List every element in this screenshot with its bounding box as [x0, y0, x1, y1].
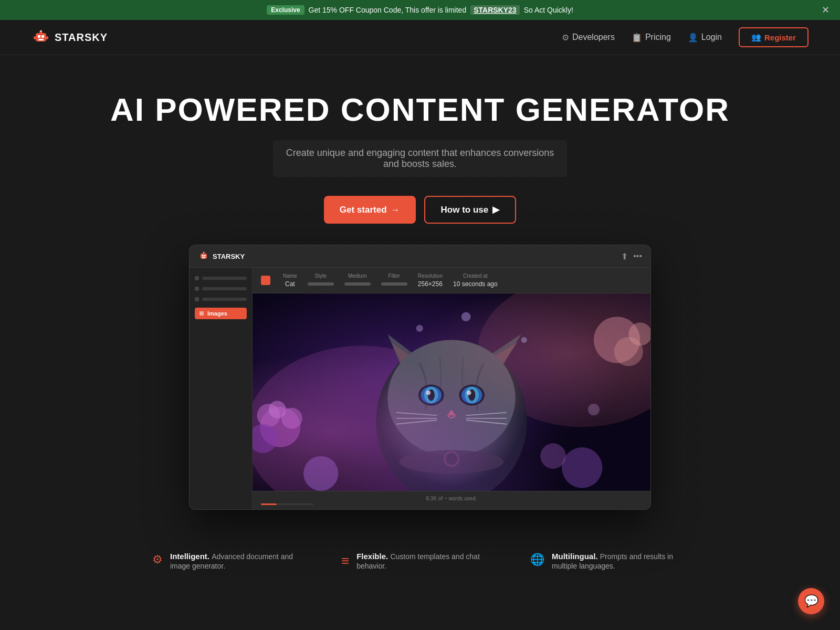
- top-banner: Exclusive Get 15% OFF Coupon Code, This …: [0, 0, 840, 20]
- table-col-created: Created at 10 seconds ago: [453, 273, 498, 288]
- table-col-medium: Medium: [344, 273, 371, 288]
- svg-point-39: [418, 385, 444, 406]
- svg-line-55: [396, 420, 437, 424]
- svg-point-46: [465, 387, 479, 403]
- svg-point-48: [467, 391, 471, 395]
- flexible-icon: ≡: [341, 553, 349, 569]
- svg-point-42: [428, 390, 435, 401]
- svg-rect-3: [38, 39, 44, 40]
- svg-marker-34: [387, 334, 425, 369]
- svg-marker-36: [392, 343, 423, 368]
- register-button[interactable]: 👥 Register: [739, 27, 808, 47]
- sidebar-row-1: [195, 276, 247, 280]
- footer-progress-fill: [261, 503, 277, 505]
- svg-point-27: [562, 447, 602, 488]
- svg-line-56: [466, 413, 507, 416]
- svg-point-21: [269, 401, 286, 418]
- coupon-code: STARSKY23: [470, 5, 519, 15]
- sidebar-line-3: [202, 298, 247, 301]
- svg-point-43: [426, 391, 430, 395]
- app-logo-text: STARSKY: [213, 253, 245, 260]
- app-footer-bar: 8.3K of ~ words used.: [253, 491, 650, 509]
- table-col-name: Name Cat: [283, 273, 297, 288]
- app-logo-icon: [198, 250, 209, 262]
- logo-text: STARSKY: [55, 32, 108, 44]
- svg-point-29: [461, 312, 471, 322]
- register-icon: 👥: [751, 33, 761, 42]
- logo-robot-icon: [32, 28, 50, 47]
- table-col-style: Style: [308, 273, 334, 288]
- svg-point-25: [628, 322, 650, 345]
- svg-point-31: [416, 325, 423, 332]
- svg-point-26: [303, 456, 338, 491]
- sidebar-line-1: [202, 277, 247, 280]
- svg-rect-1: [38, 35, 40, 38]
- login-icon: 👤: [688, 33, 698, 43]
- cat-image-area: [253, 293, 650, 491]
- get-started-label: Get started: [340, 205, 387, 215]
- sidebar-line-2: [202, 287, 247, 290]
- svg-point-32: [588, 404, 600, 415]
- login-link[interactable]: 👤 Login: [688, 33, 722, 43]
- svg-point-28: [540, 444, 566, 469]
- table-image-thumb: [261, 276, 270, 285]
- svg-point-22: [253, 424, 277, 453]
- flexible-title: Flexible.: [356, 552, 390, 561]
- intelligent-title: Intelligent.: [170, 552, 212, 561]
- svg-rect-14: [200, 311, 204, 316]
- svg-point-51: [444, 451, 460, 467]
- svg-point-50: [399, 450, 503, 474]
- svg-marker-35: [478, 334, 521, 369]
- banner-text-after: So Act Quickly!: [524, 6, 573, 14]
- svg-line-53: [396, 413, 437, 416]
- svg-marker-37: [480, 343, 517, 368]
- svg-point-30: [521, 337, 527, 343]
- developers-label: Developers: [572, 33, 615, 42]
- chat-fab-button[interactable]: 💬: [798, 588, 824, 614]
- svg-point-16: [253, 346, 478, 491]
- more-icon[interactable]: •••: [633, 251, 642, 261]
- svg-point-18: [260, 407, 300, 447]
- share-icon[interactable]: ⬆: [621, 251, 628, 261]
- svg-point-19: [257, 404, 280, 427]
- sidebar-dot-3: [195, 297, 199, 301]
- feature-multilingual: 🌐 Multilingual. Prompts and results in m…: [530, 552, 688, 571]
- sidebar-row-3: [195, 297, 247, 301]
- banner-close-button[interactable]: ✕: [822, 5, 830, 15]
- app-titlebar-actions: ⬆ •••: [621, 251, 642, 261]
- app-sidebar: Images: [190, 268, 253, 509]
- logo[interactable]: STARSKY: [32, 28, 108, 47]
- flexible-text: Flexible. Custom templates and chat beha…: [356, 552, 499, 571]
- sidebar-images-label: Images: [207, 310, 227, 317]
- svg-point-5: [40, 30, 42, 32]
- app-logo-small: STARSKY: [198, 250, 245, 262]
- svg-point-33: [376, 340, 527, 491]
- table-col-resolution: Resolution 256×256: [418, 273, 443, 288]
- app-preview: STARSKY ⬆ •••: [189, 245, 651, 510]
- svg-point-13: [203, 252, 204, 253]
- feature-intelligent: ⚙ Intelligent. Advanced document and ima…: [152, 552, 310, 571]
- sidebar-dot-2: [195, 287, 199, 291]
- svg-point-44: [459, 385, 485, 406]
- svg-rect-11: [202, 257, 205, 258]
- svg-point-17: [478, 293, 650, 427]
- table-col-filter: Filter: [381, 273, 407, 288]
- pricing-link[interactable]: 📋 Pricing: [632, 33, 671, 43]
- app-table-header: Name Cat Style Medium Filter: [253, 268, 650, 293]
- hero-section: AI POWERED CONTENT GENERATOR Create uniq…: [0, 55, 840, 526]
- feature-flexible: ≡ Flexible. Custom templates and chat be…: [341, 552, 499, 571]
- get-started-button[interactable]: Get started →: [324, 196, 416, 224]
- how-to-use-button[interactable]: How to use ▶: [424, 196, 517, 224]
- hero-buttons: Get started → How to use ▶: [10, 196, 830, 224]
- hero-headline: AI POWERED CONTENT GENERATOR: [10, 92, 830, 128]
- play-icon: ▶: [492, 204, 499, 215]
- multilingual-title: Multilingual.: [552, 552, 600, 561]
- banner-text-before: Get 15% OFF Coupon Code, This offer is l…: [309, 6, 467, 14]
- svg-marker-49: [447, 410, 455, 415]
- svg-point-41: [424, 387, 438, 403]
- developers-link[interactable]: ⚙ Developers: [562, 33, 615, 43]
- images-icon: [199, 311, 204, 316]
- developers-icon: ⚙: [562, 33, 569, 43]
- footer-words-used: 8.3K of ~ words used.: [426, 496, 477, 501]
- sidebar-active-item[interactable]: Images: [195, 308, 247, 319]
